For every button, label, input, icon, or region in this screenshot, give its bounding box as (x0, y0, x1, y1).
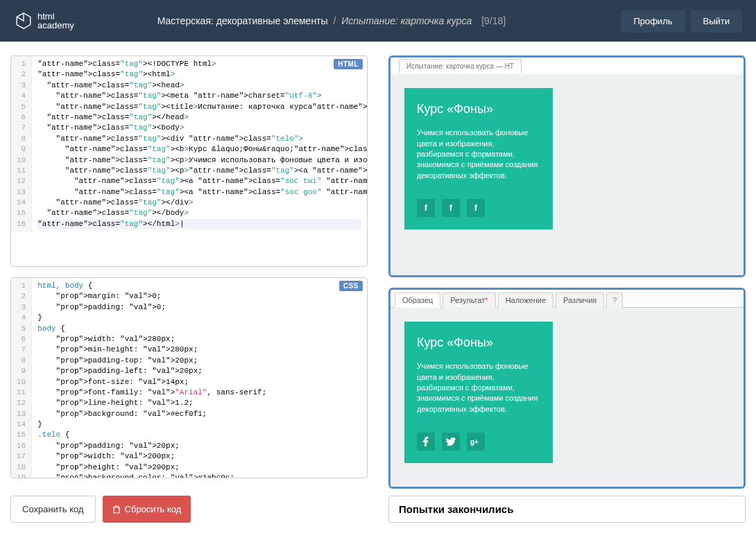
progress-counter: [9/18] (481, 15, 506, 26)
compare-tab-2[interactable]: Наложение (498, 293, 553, 308)
compare-tab-1[interactable]: Результат* (443, 293, 495, 308)
profile-button[interactable]: Профиль (621, 10, 685, 33)
breadcrumb-part1[interactable]: Мастерская: декоративные элементы (157, 15, 328, 26)
ref-card-text: Учимся использовать фоновые цвета и изоб… (417, 361, 540, 415)
ref-social-icon: g+ (467, 433, 485, 451)
css-editor[interactable]: CSS 123456789101112131415161718192021222… (10, 277, 368, 478)
ref-social-row: g+ (417, 433, 540, 451)
html-editor[interactable]: HTML 12345678910111213141516 "attr-name"… (10, 55, 368, 267)
save-button[interactable]: Сохранить код (10, 496, 96, 523)
css-badge: CSS (339, 281, 363, 291)
breadcrumb: Мастерская: декоративные элементы / Испы… (157, 15, 621, 26)
card-text: Учимся использовать фоновые цвета и изоб… (417, 128, 540, 181)
social-icon[interactable]: f (467, 199, 485, 217)
trash-icon (112, 505, 121, 514)
compare-tab-0[interactable]: Образец (395, 293, 440, 308)
preview-tab-title: Испытание: карточка курса — HT (399, 59, 522, 73)
compare-tabs: ОбразецРезультат*НаложениеРазличия? (390, 290, 744, 308)
top-bar: html academy Мастерская: декоративные эл… (0, 0, 756, 42)
social-icon[interactable]: f (442, 199, 460, 217)
ref-social-icon (417, 433, 435, 451)
logout-button[interactable]: Выйти (691, 10, 743, 33)
preview-card: Курс «Фоны» Учимся использовать фоновые … (404, 88, 553, 229)
logo[interactable]: html academy (14, 11, 74, 31)
html-gutter: 12345678910111213141516 (11, 56, 32, 232)
social-icon[interactable]: f (417, 199, 435, 217)
logo-text: html academy (37, 12, 74, 30)
reset-button[interactable]: Сбросить код (103, 496, 191, 523)
css-gutter: 1234567891011121314151617181920212223242… (11, 278, 32, 478)
html-badge: HTML (334, 59, 363, 69)
social-row: fff (417, 199, 540, 217)
result-preview: Испытание: карточка курса — HT Курс «Фон… (388, 55, 746, 277)
compare-tab-3[interactable]: Различия (556, 293, 604, 308)
ref-card-title: Курс «Фоны» (417, 334, 540, 351)
css-code-lines[interactable]: html, body { "prop">margin: "val">0; "pr… (32, 278, 367, 478)
svg-text:g+: g+ (470, 438, 479, 446)
ref-social-icon (442, 433, 460, 451)
breadcrumb-part2[interactable]: Испытание: карточка курса (341, 15, 472, 26)
attempts-message: Попытки закончились (388, 496, 746, 523)
card-title: Курс «Фоны» (417, 101, 540, 118)
compare-help[interactable]: ? (606, 293, 623, 308)
logo-icon (14, 11, 33, 31)
reference-card: Курс «Фоны» Учимся использовать фоновые … (404, 322, 553, 463)
html-code-lines[interactable]: "attr-name">class="tag"><!DOCTYPE html>"… (32, 56, 367, 232)
compare-panel: ОбразецРезультат*НаложениеРазличия? Курс… (388, 288, 746, 489)
